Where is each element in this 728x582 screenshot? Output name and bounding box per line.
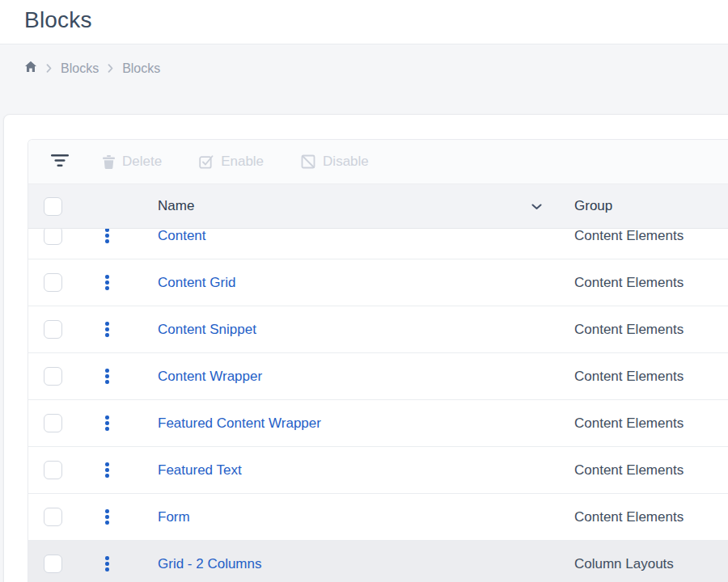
row-group-cell: Content Elements [574,509,728,525]
table-row: Form Content Elements [28,494,728,541]
row-checkbox[interactable] [44,508,62,526]
page-title: Blocks [0,0,728,33]
main-area: Blocks Blocks [0,44,728,582]
row-checkbox[interactable] [44,229,62,245]
home-icon[interactable] [24,61,37,76]
kebab-menu-icon[interactable] [105,462,109,478]
kebab-menu-icon[interactable] [105,369,109,384]
breadcrumb-item[interactable]: Blocks [61,61,99,76]
enable-button-label: Enable [221,154,264,170]
trash-icon [103,155,115,169]
column-header-name[interactable]: Name [158,198,574,214]
enable-button[interactable]: Enable [199,154,264,170]
row-group-cell: Content Elements [574,415,728,432]
list-toolbar: Delete Enable [28,140,728,184]
select-all-checkbox[interactable] [44,197,62,216]
list-card: Delete Enable [3,114,728,582]
kebab-menu-icon[interactable] [105,322,109,337]
row-name-link[interactable]: Content Wrapper [158,369,262,384]
records-list: Delete Enable [28,139,728,582]
breadcrumb-item-current: Blocks [122,61,160,76]
disable-button-label: Disable [323,154,369,170]
table-row: Grid - 2 Columns Column Layouts [28,541,728,582]
slashed-square-icon [301,154,315,169]
table-row: Content Grid Content Elements [28,259,728,306]
table-row: Content Wrapper Content Elements [28,353,728,400]
row-checkbox[interactable] [44,461,62,479]
row-name-link[interactable]: Content Snippet [158,322,256,337]
table-row: Featured Content Wrapper Content Element… [28,400,728,447]
row-checkbox[interactable] [44,555,62,573]
table-row: Featured Text Content Elements [28,447,728,494]
kebab-menu-icon[interactable] [105,556,109,571]
kebab-menu-icon[interactable] [105,509,109,525]
kebab-menu-icon[interactable] [105,229,109,243]
row-name-link[interactable]: Form [158,509,190,525]
row-name-link[interactable]: Content Grid [158,275,235,290]
table-body: Content Content Elements Content Grid Co… [28,229,728,582]
column-header-group[interactable]: Group [574,198,728,214]
delete-button[interactable]: Delete [103,154,162,170]
delete-button-label: Delete [122,154,162,170]
row-group-cell: Content Elements [574,275,728,291]
chevron-right-icon [46,64,52,73]
page-header: Blocks [0,0,728,44]
row-group-cell: Content Elements [574,229,728,244]
row-checkbox[interactable] [44,367,62,386]
breadcrumb: Blocks Blocks [0,44,728,76]
table-row: Content Snippet Content Elements [28,306,728,353]
table-header: Name Group [28,184,728,229]
row-name-link[interactable]: Content [158,229,206,243]
table-row: Content Content Elements [28,229,728,259]
row-checkbox[interactable] [44,320,62,339]
row-name-link[interactable]: Featured Text [158,462,242,478]
row-group-cell: Content Elements [574,462,728,479]
kebab-menu-icon[interactable] [105,415,109,431]
chevron-right-icon [108,64,113,73]
row-name-link[interactable]: Grid - 2 Columns [158,556,261,571]
row-checkbox[interactable] [44,414,62,432]
row-group-cell: Content Elements [574,369,728,385]
row-name-link[interactable]: Featured Content Wrapper [158,415,321,431]
disable-button[interactable]: Disable [301,154,369,170]
checkbox-check-icon [199,154,214,169]
chevron-down-icon [531,198,542,214]
row-checkbox[interactable] [44,273,62,292]
filter-icon[interactable] [51,154,70,171]
row-group-cell: Content Elements [574,322,728,338]
row-group-cell: Column Layouts [574,556,728,572]
column-header-name-label: Name [158,198,194,214]
kebab-menu-icon[interactable] [105,275,109,290]
